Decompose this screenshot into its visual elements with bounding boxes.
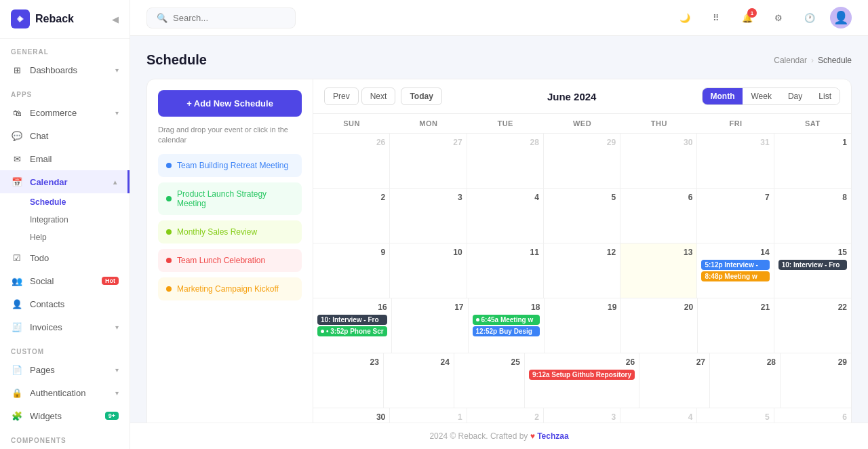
cal-cell-3-5[interactable]: 21 bbox=[698, 298, 774, 353]
cal-event-3-0-0[interactable]: 10: Interview - Fro bbox=[317, 315, 387, 325]
sidebar-item-social[interactable]: 👥 Social Hot bbox=[0, 269, 130, 292]
sidebar-subitem-help[interactable]: Help bbox=[30, 229, 130, 246]
sidebar-item-pages[interactable]: 📄 Pages ▾ bbox=[0, 358, 130, 381]
event-item-team-lunch[interactable]: Team Lunch Celebration bbox=[158, 249, 302, 272]
cal-cell-4-2[interactable]: 25 bbox=[454, 353, 525, 408]
sidebar-collapse-icon[interactable]: ◀ bbox=[112, 14, 119, 24]
cal-cell-5-5[interactable]: 5 bbox=[697, 408, 774, 423]
view-month-button[interactable]: Month bbox=[703, 88, 743, 104]
cal-cell-2-2[interactable]: 11 bbox=[467, 243, 544, 298]
sidebar-item-calendar[interactable]: 📅 Calendar ▴ bbox=[0, 170, 130, 193]
cal-cell-2-0[interactable]: 9 bbox=[313, 243, 390, 298]
cal-cell-5-1[interactable]: 1 bbox=[390, 408, 467, 423]
history-icon[interactable]: 🕐 bbox=[799, 7, 821, 28]
cal-cell-0-5[interactable]: 31 bbox=[697, 134, 774, 188]
cal-cell-5-0[interactable]: 30 bbox=[313, 408, 390, 423]
sidebar-item-ecommerce[interactable]: 🛍 Ecommerce ▾ bbox=[0, 101, 130, 124]
authentication-chevron: ▾ bbox=[115, 389, 119, 397]
view-list-button[interactable]: List bbox=[810, 88, 840, 104]
sidebar-item-todo[interactable]: ☑ Todo bbox=[0, 246, 130, 269]
cal-cell-2-3[interactable]: 12 bbox=[544, 243, 620, 298]
today-button[interactable]: Today bbox=[401, 87, 441, 105]
calendar-icon: 📅 bbox=[11, 176, 23, 188]
event-label-product-launch: Product Launch Strategy Meeting bbox=[177, 189, 294, 208]
day-number: 4 bbox=[625, 412, 692, 422]
event-item-marketing[interactable]: Marketing Campaign Kickoff bbox=[158, 277, 302, 300]
dark-mode-icon[interactable]: 🌙 bbox=[674, 7, 696, 28]
cal-cell-0-4[interactable]: 30 bbox=[620, 134, 697, 188]
cal-cell-1-4[interactable]: 6 bbox=[620, 189, 697, 243]
cal-cell-4-1[interactable]: 24 bbox=[384, 353, 454, 408]
event-label-team-building: Team Building Retreat Meeting bbox=[177, 161, 288, 170]
cal-cell-3-2[interactable]: 186:45a Meeting w12:52p Buy Desig bbox=[469, 298, 545, 353]
cal-cell-1-0[interactable]: 2 bbox=[313, 189, 390, 243]
cal-cell-5-2[interactable]: 2 bbox=[467, 408, 544, 423]
cal-cell-3-6[interactable]: 22 bbox=[774, 298, 851, 353]
cal-cell-4-3[interactable]: 269:12a Setup Github Repository bbox=[525, 353, 639, 408]
cal-cell-1-5[interactable]: 7 bbox=[697, 189, 774, 243]
sidebar-item-contacts[interactable]: 👤 Contacts bbox=[0, 292, 130, 315]
cal-cell-3-3[interactable]: 19 bbox=[545, 298, 621, 353]
section-apps-label: APPS bbox=[0, 81, 130, 101]
cal-cell-5-3[interactable]: 3 bbox=[544, 408, 620, 423]
cal-cell-1-1[interactable]: 3 bbox=[390, 189, 467, 243]
sidebar-subitem-integration[interactable]: Integration bbox=[30, 211, 130, 229]
sidebar-item-dashboards[interactable]: ⊞ Dashboards ▾ bbox=[0, 58, 130, 81]
event-item-monthly-sales[interactable]: Monthly Sales Review bbox=[158, 220, 302, 243]
cal-cell-0-2[interactable]: 28 bbox=[467, 134, 544, 188]
event-item-product-launch[interactable]: Product Launch Strategy Meeting bbox=[158, 182, 302, 215]
cal-event-2-6-0[interactable]: 10: Interview - Fro bbox=[778, 260, 847, 270]
cal-cell-4-6[interactable]: 29 bbox=[781, 353, 851, 408]
grid-icon[interactable]: ⠿ bbox=[705, 7, 727, 28]
add-schedule-button[interactable]: + Add New Schedule bbox=[158, 90, 302, 117]
calendar-month-year: June 2024 bbox=[547, 91, 597, 102]
sidebar-item-email[interactable]: ✉ Email bbox=[0, 147, 130, 170]
next-button[interactable]: Next bbox=[361, 87, 396, 105]
cal-cell-4-5[interactable]: 28 bbox=[710, 353, 781, 408]
sidebar-item-invoices[interactable]: 🧾 Invoices ▾ bbox=[0, 315, 130, 338]
app-logo[interactable]: Reback ◀ bbox=[0, 0, 130, 39]
view-week-button[interactable]: Week bbox=[743, 88, 779, 104]
cal-cell-2-4[interactable]: 13 bbox=[620, 243, 697, 298]
cal-event-3-2-0[interactable]: 6:45a Meeting w bbox=[473, 315, 540, 325]
cal-event-3-2-1[interactable]: 12:52p Buy Desig bbox=[473, 326, 540, 336]
cal-cell-0-6[interactable]: 1 bbox=[774, 134, 851, 188]
event-item-team-building[interactable]: Team Building Retreat Meeting bbox=[158, 154, 302, 177]
cal-cell-2-6[interactable]: 1510: Interview - Fro bbox=[774, 243, 851, 298]
sidebar-item-widgets[interactable]: 🧩 Widgets 9+ bbox=[0, 404, 130, 427]
cal-cell-1-2[interactable]: 4 bbox=[467, 189, 544, 243]
sidebar-item-authentication[interactable]: 🔒 Authentication ▾ bbox=[0, 381, 130, 404]
view-day-button[interactable]: Day bbox=[780, 88, 810, 104]
cal-cell-2-5[interactable]: 145:12p Interview -8:48p Meeting w bbox=[697, 243, 774, 298]
cal-cell-4-0[interactable]: 23 bbox=[313, 353, 384, 408]
user-avatar[interactable]: 👤 bbox=[830, 7, 852, 28]
cal-event-4-3-0[interactable]: 9:12a Setup Github Repository bbox=[529, 370, 635, 380]
cal-week-5: 30123456 bbox=[313, 408, 851, 423]
cal-cell-1-6[interactable]: 8 bbox=[774, 189, 851, 243]
search-box[interactable]: 🔍 bbox=[146, 7, 296, 28]
cal-cell-3-0[interactable]: 1610: Interview - Fro• 3:52p Phone Scr bbox=[313, 298, 392, 353]
prev-button[interactable]: Prev bbox=[324, 87, 359, 105]
cal-event-2-5-0[interactable]: 5:12p Interview - bbox=[701, 260, 769, 270]
sidebar-subitem-schedule[interactable]: Schedule bbox=[30, 193, 130, 211]
settings-icon[interactable]: ⚙ bbox=[768, 7, 789, 28]
cal-event-2-5-1[interactable]: 8:48p Meeting w bbox=[701, 271, 769, 281]
cal-event-3-0-1[interactable]: • 3:52p Phone Scr bbox=[317, 326, 387, 336]
social-label: Social bbox=[30, 276, 54, 286]
cal-cell-3-1[interactable]: 17 bbox=[392, 298, 469, 353]
search-input[interactable] bbox=[173, 13, 285, 23]
todo-label: Todo bbox=[30, 253, 49, 263]
cal-cell-5-4[interactable]: 4 bbox=[620, 408, 697, 423]
cal-cell-4-4[interactable]: 27 bbox=[639, 353, 710, 408]
cal-cell-0-3[interactable]: 29 bbox=[544, 134, 620, 188]
breadcrumb-calendar[interactable]: Calendar bbox=[774, 56, 807, 65]
cal-cell-1-3[interactable]: 5 bbox=[544, 189, 620, 243]
event-dot-red bbox=[166, 258, 172, 263]
cal-cell-3-4[interactable]: 20 bbox=[621, 298, 698, 353]
cal-cell-5-6[interactable]: 6 bbox=[774, 408, 851, 423]
sidebar-item-chat[interactable]: 💬 Chat bbox=[0, 124, 130, 147]
pages-chevron: ▾ bbox=[115, 366, 119, 374]
cal-cell-2-1[interactable]: 10 bbox=[390, 243, 467, 298]
cal-cell-0-0[interactable]: 26 bbox=[313, 134, 390, 188]
cal-cell-0-1[interactable]: 27 bbox=[390, 134, 467, 188]
